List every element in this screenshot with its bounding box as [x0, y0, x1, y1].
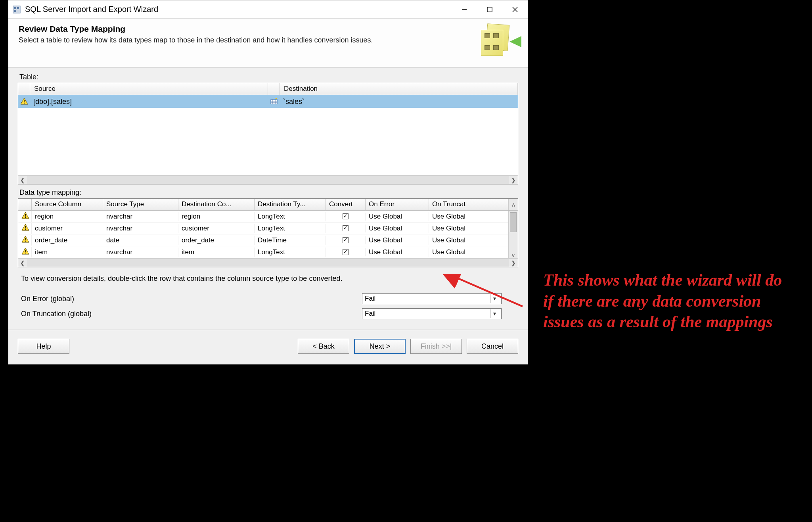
convert-checkbox[interactable] [326, 213, 366, 221]
svg-rect-10 [271, 100, 277, 104]
on-error-value: Use Global [366, 224, 429, 233]
finish-button[interactable]: Finish >>| [410, 339, 462, 354]
destination-type: LongText [255, 224, 326, 233]
on-truncation-value: Use Global [429, 248, 508, 257]
destination-column: region [178, 212, 255, 221]
warning-icon: ! [18, 98, 30, 106]
wizard-window: SQL Server Import and Export Wizard Revi… [8, 0, 528, 365]
svg-marker-15 [275, 98, 277, 100]
col-source-type[interactable]: Source Type [103, 199, 178, 210]
page-title: Review Data Type Mapping [19, 24, 479, 34]
destination-table-name: `sales` [280, 97, 518, 107]
warning-icon: ! [18, 211, 32, 222]
help-button[interactable]: Help [18, 339, 69, 354]
mapping-grid: Source Column Source Type Destination Co… [18, 198, 518, 267]
svg-text:!: ! [25, 213, 26, 219]
back-label: < Back [312, 342, 335, 351]
destination-column: order_date [178, 236, 255, 245]
convert-checkbox[interactable] [326, 248, 366, 256]
col-dest-type[interactable]: Destination Ty... [255, 199, 326, 210]
source-column: customer [32, 224, 103, 233]
maximize-button[interactable] [477, 0, 502, 18]
wizard-body: Table: Source Destination ! [dbo].[sales… [8, 67, 528, 330]
minimize-button[interactable] [452, 0, 477, 18]
footer: Help < Back Next > Finish >>| Cancel [8, 330, 528, 364]
svg-text:!: ! [25, 249, 26, 255]
on-error-value: Use Global [366, 212, 429, 221]
on-error-value: Use Global [366, 248, 429, 257]
page-subtitle: Select a table to review how its data ty… [19, 35, 375, 45]
on-truncation-global-row: On Truncation (global) Fail ▼ [21, 308, 518, 319]
table-list-hscroll[interactable]: ❮ ❯ [18, 175, 518, 184]
scroll-left-icon[interactable]: ❮ [18, 177, 27, 183]
scroll-up-icon[interactable]: ʌ [508, 199, 518, 210]
mapping-grid-body: !regionnvarcharregionLongTextUse GlobalU… [18, 211, 518, 258]
table-row[interactable]: ! [dbo].[sales] `sales` [18, 95, 518, 108]
warning-icon: ! [18, 223, 32, 234]
svg-rect-2 [17, 7, 19, 9]
source-type: nvarchar [103, 212, 178, 221]
scroll-track[interactable] [27, 259, 509, 267]
mapping-hscroll[interactable]: ❮ ❯ [18, 258, 518, 267]
svg-text:!: ! [23, 99, 25, 105]
scroll-down-icon[interactable]: v [509, 252, 518, 258]
on-error-global-label: On Error (global) [21, 295, 362, 303]
col-on-error[interactable]: On Error [366, 199, 429, 210]
svg-rect-3 [14, 10, 16, 12]
source-table-name: [dbo].[sales] [30, 97, 268, 107]
annotation-text: This shows what the wizard will do if th… [543, 270, 789, 332]
mapping-icon [479, 24, 518, 60]
cancel-label: Cancel [481, 342, 504, 351]
scroll-track[interactable] [27, 176, 509, 184]
table-list: Source Destination ! [dbo].[sales] `sale… [18, 83, 518, 184]
scroll-thumb[interactable] [510, 212, 517, 232]
window-title: SQL Server Import and Export Wizard [25, 5, 452, 14]
destination-column: item [178, 248, 255, 257]
dropdown-arrow-icon: ▼ [490, 309, 499, 318]
next-button[interactable]: Next > [354, 339, 406, 354]
close-button[interactable] [502, 0, 528, 18]
on-error-global-combo[interactable]: Fail ▼ [362, 293, 502, 304]
col-dest-column[interactable]: Destination Co... [178, 199, 255, 210]
col-convert[interactable]: Convert [326, 199, 366, 210]
on-truncation-value: Use Global [429, 236, 508, 245]
warning-icon: ! [18, 235, 32, 246]
table-label: Table: [19, 73, 518, 81]
on-truncation-global-value: Fail [365, 310, 490, 318]
source-column: item [32, 248, 103, 257]
on-truncation-global-combo[interactable]: Fail ▼ [362, 308, 502, 319]
on-error-value: Use Global [366, 236, 429, 245]
mapping-row[interactable]: !order_datedateorder_dateDateTimeUse Glo… [18, 234, 518, 246]
source-column: order_date [32, 236, 103, 245]
scroll-left-icon[interactable]: ❮ [18, 260, 27, 266]
on-truncation-value: Use Global [429, 212, 508, 221]
mapping-row[interactable]: !regionnvarcharregionLongTextUse GlobalU… [18, 211, 518, 223]
col-source-column[interactable]: Source Column [32, 199, 103, 210]
on-error-global-value: Fail [365, 295, 490, 303]
mapping-label: Data type mapping: [19, 188, 518, 197]
destination-table-icon [268, 98, 280, 106]
convert-checkbox[interactable] [326, 236, 366, 244]
mapping-vscroll[interactable]: v [508, 211, 518, 258]
header-panel: Review Data Type Mapping Select a table … [8, 19, 528, 67]
cancel-button[interactable]: Cancel [467, 339, 518, 354]
mapping-grid-header: Source Column Source Type Destination Co… [18, 199, 518, 211]
scroll-right-icon[interactable]: ❯ [509, 260, 518, 266]
col-destination[interactable]: Destination [280, 83, 518, 95]
back-button[interactable]: < Back [298, 339, 349, 354]
svg-rect-5 [487, 7, 492, 12]
mapping-row[interactable]: !itemnvarcharitemLongTextUse GlobalUse G… [18, 246, 518, 258]
source-type: nvarchar [103, 224, 178, 233]
mapping-row[interactable]: !customernvarcharcustomerLongTextUse Glo… [18, 223, 518, 234]
conversion-hint: To view conversion details, double-click… [21, 274, 518, 283]
convert-checkbox[interactable] [326, 225, 366, 232]
scroll-right-icon[interactable]: ❯ [509, 177, 518, 183]
window-controls [452, 0, 528, 18]
col-on-truncation[interactable]: On Truncat [429, 199, 508, 210]
help-label: Help [36, 342, 51, 351]
destination-type: LongText [255, 212, 326, 221]
finish-label: Finish >>| [421, 342, 452, 351]
svg-rect-0 [13, 6, 20, 13]
col-source[interactable]: Source [30, 83, 268, 95]
on-error-global-row: On Error (global) Fail ▼ [21, 293, 518, 304]
